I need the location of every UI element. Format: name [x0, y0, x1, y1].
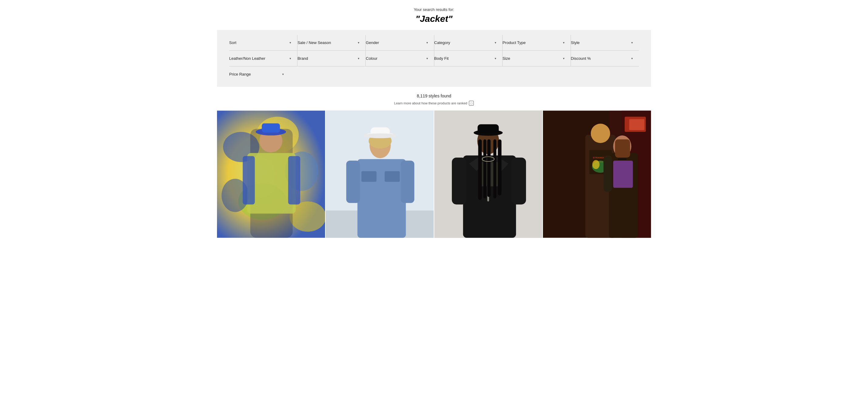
info-icon[interactable]: □ — [469, 101, 474, 106]
filter-size[interactable]: Size ▾ — [503, 51, 571, 66]
filter-colour[interactable]: Colour ▾ — [366, 51, 434, 66]
filter-body-fit[interactable]: Body Fit ▾ — [434, 51, 503, 66]
search-title: "Jacket" — [217, 14, 651, 24]
brand-chevron-icon: ▾ — [358, 57, 359, 60]
filter-body-fit-label: Body Fit — [434, 56, 449, 61]
body-fit-chevron-icon: ▾ — [495, 57, 496, 60]
sort-chevron-icon: ▾ — [289, 41, 291, 44]
filter-sale-label: Sale / New Season — [298, 40, 331, 45]
filter-leather-label: Leather/Non Leather — [229, 56, 265, 61]
svg-point-57 — [592, 160, 600, 169]
ranking-info: Learn more about how these products are … — [217, 101, 651, 106]
svg-rect-63 — [613, 161, 633, 188]
svg-rect-20 — [346, 161, 360, 203]
filter-discount[interactable]: Discount % ▾ — [571, 51, 639, 66]
filter-category[interactable]: Category ▾ — [434, 35, 503, 51]
filter-sort[interactable]: Sort ▾ — [229, 35, 298, 51]
svg-rect-35 — [512, 158, 526, 204]
style-chevron-icon: ▾ — [631, 41, 633, 44]
svg-rect-17 — [358, 159, 406, 237]
svg-point-52 — [591, 124, 610, 143]
filter-colour-label: Colour — [366, 56, 377, 61]
product-card-1[interactable] — [217, 110, 325, 238]
filter-row-1: Sort ▾ Sale / New Season ▾ Gender ▾ Cate… — [229, 35, 639, 51]
filter-gender-label: Gender — [366, 40, 379, 45]
filter-sale-new-season[interactable]: Sale / New Season ▾ — [298, 35, 366, 51]
search-subtitle: Your search results for: — [217, 7, 651, 12]
filter-row-2: Leather/Non Leather ▾ Brand ▾ Colour ▾ B… — [229, 51, 639, 66]
svg-rect-13 — [288, 156, 300, 204]
filter-sort-label: Sort — [229, 40, 237, 45]
svg-rect-19 — [384, 171, 400, 182]
svg-rect-38 — [478, 139, 482, 200]
price-range-chevron-icon: ▾ — [282, 72, 284, 76]
svg-rect-42 — [498, 139, 501, 195]
filter-price-range[interactable]: Price Range ▾ — [229, 66, 290, 82]
filter-brand-label: Brand — [298, 56, 308, 61]
category-chevron-icon: ▾ — [495, 41, 496, 44]
svg-rect-10 — [262, 123, 280, 132]
filter-row-3: Price Range ▾ — [229, 66, 639, 82]
product-card-4[interactable]: STRANGER THINGS — [543, 110, 651, 238]
filter-product-type[interactable]: Product Type ▾ — [503, 35, 571, 51]
svg-rect-40 — [488, 139, 491, 197]
results-count: 8,119 styles found — [217, 94, 651, 98]
product-image-2 — [326, 110, 434, 238]
filter-rows: Sort ▾ Sale / New Season ▾ Gender ▾ Cate… — [229, 35, 639, 82]
svg-rect-12 — [243, 156, 255, 204]
gender-chevron-icon: ▾ — [426, 41, 428, 44]
leather-chevron-icon: ▾ — [289, 57, 291, 60]
filter-product-type-label: Product Type — [503, 40, 526, 45]
svg-rect-50 — [629, 119, 644, 130]
product-card-3[interactable] — [434, 110, 542, 238]
svg-rect-61 — [618, 158, 626, 160]
ranking-link[interactable]: Learn more about how these products are … — [394, 101, 467, 105]
colour-chevron-icon: ▾ — [426, 57, 428, 60]
filter-category-label: Category — [434, 40, 451, 45]
svg-rect-44 — [478, 124, 499, 133]
svg-rect-39 — [484, 139, 487, 198]
results-info: 8,119 styles found Learn more about how … — [217, 87, 651, 108]
filter-style-label: Style — [571, 40, 580, 45]
filter-discount-label: Discount % — [571, 56, 591, 61]
product-image-3 — [434, 110, 542, 238]
filter-gender[interactable]: Gender ▾ — [366, 35, 434, 51]
filter-size-label: Size — [503, 56, 510, 61]
discount-chevron-icon: ▾ — [631, 57, 633, 60]
filter-price-range-label: Price Range — [229, 72, 251, 76]
svg-point-26 — [364, 133, 397, 138]
product-image-4: STRANGER THINGS — [543, 110, 651, 238]
product-image-1 — [217, 110, 325, 238]
svg-rect-62 — [603, 155, 612, 192]
filter-leather[interactable]: Leather/Non Leather ▾ — [229, 51, 298, 66]
sale-chevron-icon: ▾ — [358, 41, 359, 44]
svg-rect-41 — [493, 139, 496, 198]
filter-brand[interactable]: Brand ▾ — [298, 51, 366, 66]
search-header: Your search results for: "Jacket" — [217, 0, 651, 30]
svg-rect-34 — [452, 158, 466, 204]
svg-rect-21 — [401, 161, 414, 203]
product-card-2[interactable] — [326, 110, 434, 238]
svg-rect-60 — [615, 139, 630, 158]
filter-style[interactable]: Style ▾ — [571, 35, 639, 51]
svg-rect-18 — [362, 171, 377, 182]
product-grid: STRANGER THINGS — [217, 108, 651, 238]
product-type-chevron-icon: ▾ — [563, 41, 564, 44]
size-chevron-icon: ▾ — [563, 57, 564, 60]
filter-bar: Sort ▾ Sale / New Season ▾ Gender ▾ Cate… — [217, 30, 651, 87]
